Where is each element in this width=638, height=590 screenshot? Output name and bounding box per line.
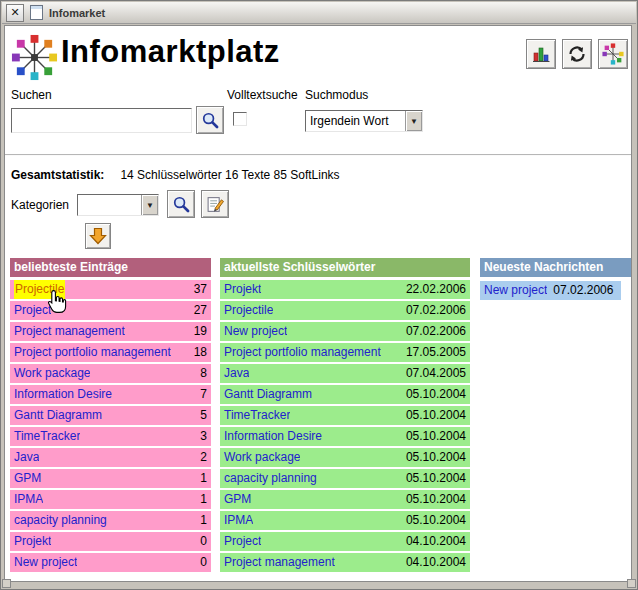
- categories-search-button[interactable]: [167, 190, 195, 218]
- latest-news-column: Neueste Nachrichten New project07.02.200…: [480, 258, 631, 302]
- entry-link[interactable]: capacity planning: [224, 469, 317, 488]
- search-button[interactable]: [196, 106, 224, 134]
- list-item: Information Desire05.10.2004: [220, 427, 470, 446]
- entry-date: 07.02.2006: [406, 301, 466, 320]
- resize-grip-left[interactable]: [2, 579, 11, 588]
- entry-link[interactable]: GPM: [224, 490, 251, 509]
- list-item: Project portfolio management17.05.2005: [220, 343, 470, 362]
- entry-link[interactable]: Project: [14, 301, 51, 320]
- magnifier-icon: [201, 111, 220, 130]
- list-item: Gantt Diagramm05.10.2004: [220, 385, 470, 404]
- statistics-button[interactable]: [526, 39, 556, 69]
- list-item: Project management04.10.2004: [220, 553, 470, 572]
- entry-link[interactable]: TimeTracker: [14, 427, 80, 446]
- entry-link[interactable]: capacity planning: [14, 511, 107, 530]
- entry-link[interactable]: Java: [14, 448, 39, 467]
- entry-date: 07.02.2006: [406, 322, 466, 341]
- window-titlebar[interactable]: ✕ Infomarket: [2, 2, 636, 24]
- search-input[interactable]: [11, 108, 192, 133]
- expand-down-button[interactable]: [85, 223, 111, 249]
- entry-link[interactable]: Work package: [14, 364, 90, 383]
- list-item: Project management19: [10, 322, 211, 341]
- entry-link[interactable]: TimeTracker: [224, 406, 290, 425]
- list-item: Projectile37: [10, 280, 211, 299]
- list-item: Work package8: [10, 364, 211, 383]
- resize-grip-right[interactable]: [627, 579, 636, 588]
- entry-link[interactable]: Project: [224, 532, 261, 551]
- list-item: Project27: [10, 301, 211, 320]
- entry-link[interactable]: Java: [224, 364, 249, 383]
- search-label: Suchen: [11, 88, 52, 102]
- categories-select[interactable]: ▼: [77, 194, 159, 216]
- edit-note-icon: [206, 195, 225, 214]
- chevron-down-icon: ▼: [405, 111, 422, 131]
- entry-date: 05.10.2004: [406, 427, 466, 446]
- entry-link[interactable]: GPM: [14, 469, 41, 488]
- list-item: TimeTracker3: [10, 427, 211, 446]
- entry-date: 22.02.2006: [406, 280, 466, 299]
- entry-count: 5: [200, 406, 207, 425]
- infomarket-logo-icon: [10, 33, 59, 82]
- infomarket-button[interactable]: [598, 39, 628, 69]
- entry-count: 18: [194, 343, 207, 362]
- entry-count: 2: [200, 448, 207, 467]
- entry-link[interactable]: IPMA: [224, 511, 253, 530]
- categories-edit-button[interactable]: [201, 190, 229, 218]
- entry-date: 05.10.2004: [406, 448, 466, 467]
- list-item: IPMA1: [10, 490, 211, 509]
- page-title: Infomarktplatz: [61, 34, 280, 70]
- app-icon: [30, 5, 43, 20]
- down-arrow-icon: [88, 226, 108, 246]
- entry-count: 8: [200, 364, 207, 383]
- refresh-button[interactable]: [562, 39, 592, 69]
- fulltext-checkbox[interactable]: [233, 112, 247, 126]
- entry-date: 07.04.2005: [406, 364, 466, 383]
- entry-link[interactable]: Projekt: [14, 532, 51, 551]
- list-item: capacity planning05.10.2004: [220, 469, 470, 488]
- list-item: Information Desire7: [10, 385, 211, 404]
- categories-value: [78, 195, 141, 215]
- refresh-icon: [566, 43, 588, 65]
- window-title: Infomarket: [49, 7, 105, 19]
- app-window: ✕ Infomarket Infomarktplatz: [0, 0, 638, 590]
- entry-link[interactable]: Gantt Diagramm: [14, 406, 102, 425]
- divider: [5, 154, 631, 156]
- entry-count: 0: [200, 532, 207, 551]
- keywords-list: Projekt22.02.2006Projectile07.02.2006New…: [220, 280, 470, 572]
- entry-link[interactable]: Work package: [224, 448, 300, 467]
- entry-link[interactable]: Information Desire: [14, 385, 112, 404]
- search-mode-select[interactable]: Irgendein Wort ▼: [305, 110, 423, 132]
- entry-link[interactable]: IPMA: [14, 490, 43, 509]
- news-list: New project07.02.2006: [480, 280, 631, 302]
- list-item: Projekt22.02.2006: [220, 280, 470, 299]
- entry-link[interactable]: Projectile: [224, 301, 273, 320]
- entry-link[interactable]: New project: [224, 322, 287, 341]
- entry-link[interactable]: Information Desire: [224, 427, 322, 446]
- entry-link[interactable]: Projectile: [14, 280, 65, 299]
- close-icon: ✕: [10, 6, 19, 19]
- entry-link[interactable]: Project management: [14, 322, 125, 341]
- stats-label: Gesamtstatistik:: [11, 168, 104, 182]
- entry-date: 05.10.2004: [406, 469, 466, 488]
- entry-link[interactable]: Projekt: [224, 280, 261, 299]
- entry-link[interactable]: Gantt Diagramm: [224, 385, 312, 404]
- close-button[interactable]: ✕: [6, 4, 24, 22]
- list-item: Projekt0: [10, 532, 211, 551]
- entry-link[interactable]: Project portfolio management: [224, 343, 381, 362]
- mini-network-icon: [602, 43, 624, 65]
- entry-date: 04.10.2004: [406, 553, 466, 572]
- entry-link[interactable]: Project management: [224, 553, 335, 572]
- column-header-news: Neueste Nachrichten: [480, 258, 631, 277]
- list-item: GPM1: [10, 469, 211, 488]
- popular-list: Projectile37Project27Project management1…: [10, 280, 211, 572]
- entry-count: 19: [194, 322, 207, 341]
- column-header-popular: beliebteste Einträge: [10, 258, 211, 277]
- column-header-keywords: aktuellste Schlüsselwörter: [220, 258, 470, 277]
- entry-link[interactable]: Project portfolio management: [14, 343, 171, 362]
- entry-link[interactable]: New project: [14, 553, 77, 572]
- list-item: TimeTracker05.10.2004: [220, 406, 470, 425]
- entry-link[interactable]: New project: [484, 281, 547, 300]
- stats-value: 14 Schlüsselwörter 16 Texte 85 SoftLinks: [120, 168, 339, 182]
- main-content: Infomarktplatz: [4, 25, 632, 582]
- stats-row: Gesamtstatistik: 14 Schlüsselwörter 16 T…: [11, 168, 340, 182]
